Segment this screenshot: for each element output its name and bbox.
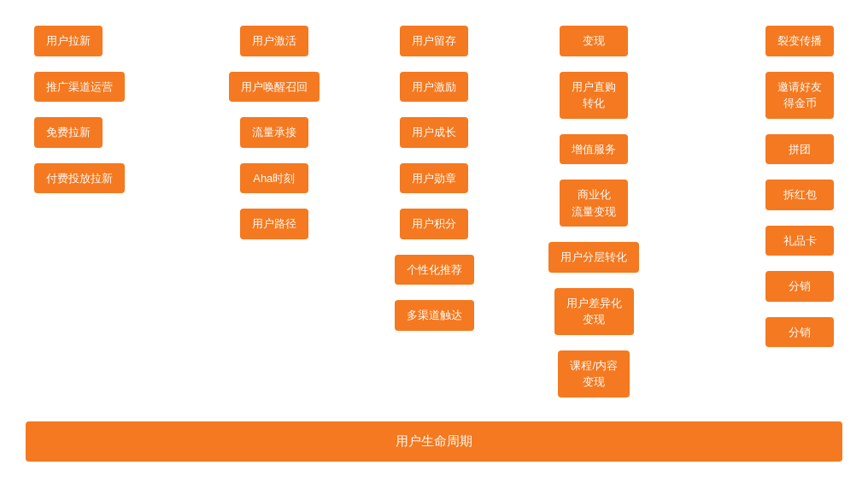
tag-免费拉新[interactable]: 免费拉新: [34, 117, 103, 148]
tag-增值服务[interactable]: 增值服务: [560, 134, 628, 165]
tag-用户差异化变现[interactable]: 用户差异化 变现: [554, 288, 634, 335]
tag-用户勋章[interactable]: 用户勋章: [400, 163, 468, 194]
columns-wrapper: 用户拉新推广渠道运营免费拉新付费投放拉新 用户激活用户唤醒召回流量承接Aha时刻…: [26, 26, 842, 449]
tag-分销[interactable]: 分销: [765, 317, 834, 348]
tag-邀请好友得金币[interactable]: 邀请好友 得金币: [765, 72, 834, 119]
tag-用户留存[interactable]: 用户留存: [400, 26, 468, 56]
tag-用户唤醒召回[interactable]: 用户唤醒召回: [229, 72, 320, 103]
tag-个性化推荐[interactable]: 个性化推荐: [395, 255, 474, 286]
bottom-bar: 用户生命周期: [26, 421, 842, 462]
tag-礼品卡[interactable]: 礼品卡: [765, 226, 834, 256]
tag-用户积分[interactable]: 用户积分: [400, 209, 468, 239]
column-1: 用户拉新推广渠道运营免费拉新付费投放拉新: [26, 26, 194, 398]
main-container: 用户拉新推广渠道运营免费拉新付费投放拉新 用户激活用户唤醒召回流量承接Aha时刻…: [0, 0, 868, 477]
column-5: 裂变传播邀请好友 得金币拼团拆红包礼品卡分销分销: [674, 26, 842, 398]
tag-多渠道触达[interactable]: 多渠道触达: [395, 300, 474, 331]
tag-Aha时刻[interactable]: Aha时刻: [240, 163, 308, 194]
tag-拼团[interactable]: 拼团: [765, 134, 834, 165]
tag-用户激活[interactable]: 用户激活: [240, 26, 308, 56]
column-4: 变现用户直购 转化增值服务商业化 流量变现用户分层转化用户差异化 变现课程/内容…: [514, 26, 674, 398]
tag-裂变传播[interactable]: 裂变传播: [765, 26, 834, 56]
tag-用户分层转化[interactable]: 用户分层转化: [548, 242, 639, 273]
column-2: 用户激活用户唤醒召回流量承接Aha时刻用户路径: [194, 26, 354, 398]
tag-流量承接[interactable]: 流量承接: [240, 117, 308, 148]
tag-用户直购转化[interactable]: 用户直购 转化: [560, 72, 628, 119]
tag-推广渠道运营[interactable]: 推广渠道运营: [34, 72, 125, 103]
tag-变现[interactable]: 变现: [560, 26, 628, 56]
tag-分销[interactable]: 分销: [765, 271, 834, 302]
tag-付费投放拉新[interactable]: 付费投放拉新: [34, 163, 125, 194]
tag-课程/内容变现[interactable]: 课程/内容 变现: [558, 350, 630, 398]
column-3: 用户留存用户激励用户成长用户勋章用户积分个性化推荐多渠道触达: [354, 26, 513, 398]
tag-用户拉新[interactable]: 用户拉新: [34, 26, 103, 56]
tag-拆红包[interactable]: 拆红包: [765, 180, 834, 210]
tag-用户激励[interactable]: 用户激励: [400, 72, 468, 103]
tag-用户路径[interactable]: 用户路径: [240, 209, 308, 239]
tag-商业化流量变现[interactable]: 商业化 流量变现: [560, 180, 628, 227]
tag-用户成长[interactable]: 用户成长: [400, 117, 468, 148]
